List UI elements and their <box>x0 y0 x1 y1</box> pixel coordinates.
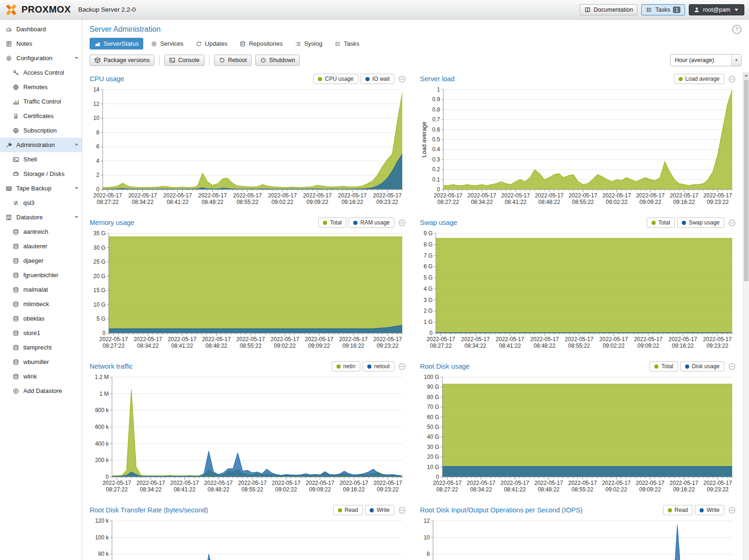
legend-dot <box>654 364 658 369</box>
tab-syslog[interactable]: Syslog <box>290 38 327 49</box>
top-bar: PROXMOX Backup Server 2.2-0 Documentatio… <box>0 0 749 20</box>
sidebar-item-label: fgruenbichler <box>23 272 58 279</box>
scroll-thumb[interactable] <box>744 80 749 281</box>
charts-grid: CPU usageCPU usageIO wait024681012142022… <box>87 70 749 560</box>
package-versions-button[interactable]: Package versions <box>90 55 154 66</box>
collapse-icon[interactable] <box>728 75 736 83</box>
sidebar-item-tape-backup[interactable]: Tape Backup <box>0 181 82 196</box>
page-title: Server Administration <box>90 25 161 34</box>
svg-text:2022-05-1708:27:22: 2022-05-1708:27:22 <box>433 480 462 493</box>
scrollbar[interactable] <box>743 72 749 560</box>
collapse-icon[interactable] <box>398 75 406 83</box>
collapse-icon[interactable] <box>398 363 406 371</box>
collapse-icon[interactable] <box>398 506 406 514</box>
svg-text:2022-05-1709:16:22: 2022-05-1709:16:22 <box>670 480 699 493</box>
expander-icon[interactable] <box>75 216 78 218</box>
svg-text:2022-05-1708:48:22: 2022-05-1708:48:22 <box>202 336 231 349</box>
sidebar-item-configuration[interactable]: Configuration <box>0 51 82 65</box>
legend-item-load-average[interactable]: Load average <box>674 74 724 84</box>
console-button[interactable]: Console <box>164 55 204 66</box>
sidebar-item-certificates[interactable]: Certificates <box>0 109 82 123</box>
shutdown-button[interactable]: Shutdown <box>255 55 300 66</box>
collapse-icon[interactable] <box>728 506 736 514</box>
legend-item-netout[interactable]: netout <box>363 361 394 371</box>
sidebar-item-subscription[interactable]: Subscription <box>0 123 82 138</box>
tasks-button[interactable]: Tasks 1 <box>641 4 685 15</box>
sidebar-item-aantreich[interactable]: aantreich <box>0 224 82 239</box>
svg-text:5 G: 5 G <box>424 274 433 281</box>
user-menu-button[interactable]: root@pam <box>689 4 744 15</box>
legend-item-cpu-usage[interactable]: CPU usage <box>313 74 358 84</box>
sidebar-item-malmalat[interactable]: malmalat <box>0 282 82 297</box>
sidebar: DashboardNotesConfigurationAccess Contro… <box>0 20 82 560</box>
sidebar-item-dashboard[interactable]: Dashboard <box>0 22 82 36</box>
legend-item-read[interactable]: Read <box>333 505 363 515</box>
sidebar-item-storage-disks[interactable]: Storage / Disks <box>0 167 82 181</box>
combo-caret-icon[interactable] <box>731 55 741 66</box>
legend-dot <box>668 508 672 512</box>
collapse-icon[interactable] <box>398 219 406 227</box>
building-icon <box>5 214 13 221</box>
expander-icon[interactable] <box>75 187 78 189</box>
legend-item-swap-usage[interactable]: Swap usage <box>677 217 724 228</box>
sidebar-item-datastore[interactable]: Datastore <box>0 210 82 224</box>
chart-legend: ReadWrite <box>333 505 394 515</box>
expander-icon[interactable] <box>75 57 78 59</box>
svg-text:2022-05-1709:09:22: 2022-05-1709:09:22 <box>636 192 665 205</box>
documentation-button[interactable]: Documentation <box>580 4 637 15</box>
sidebar-item-label: Storage / Disks <box>23 170 64 177</box>
sidebar-item-notes[interactable]: Notes <box>0 36 82 51</box>
sidebar-item-fgruenbichler[interactable]: fgruenbichler <box>0 268 82 282</box>
legend-dot <box>700 508 704 512</box>
svg-text:2022-05-1709:23:22: 2022-05-1709:23:22 <box>373 192 402 205</box>
legend-item-io-wait[interactable]: IO wait <box>361 74 394 84</box>
sidebar-item-shell[interactable]: Shell <box>0 152 82 167</box>
svg-text:30 G: 30 G <box>427 444 439 450</box>
database-icon <box>12 243 20 250</box>
legend-item-total[interactable]: Total <box>647 217 675 228</box>
svg-text:10: 10 <box>93 115 100 121</box>
sidebar-item-label: Datastore <box>16 214 42 221</box>
sidebar-item-administration[interactable]: Administration <box>0 138 82 152</box>
reboot-button[interactable]: Reboot <box>214 55 252 66</box>
sidebar-item-alauterer[interactable]: alauterer <box>0 239 82 253</box>
legend-item-read[interactable]: Read <box>663 505 693 515</box>
tab-services[interactable]: Services <box>146 38 188 49</box>
sidebar-item-obektas[interactable]: obektas <box>0 311 82 326</box>
sidebar-item-mlimbeck[interactable]: mlimbeck <box>0 297 82 311</box>
sidebar-item-tlamprecht[interactable]: tlamprecht <box>0 340 82 355</box>
svg-text:2022-05-1708:27:22: 2022-05-1708:27:22 <box>434 192 463 205</box>
collapse-icon[interactable] <box>728 363 736 371</box>
sidebar-item-label: wlink <box>23 373 37 380</box>
expander-icon[interactable] <box>75 144 78 146</box>
svg-text:2022-05-1708:27:22: 2022-05-1708:27:22 <box>99 336 128 349</box>
legend-item-ram-usage[interactable]: RAM usage <box>349 217 394 228</box>
sidebar-item-access-control[interactable]: Access Control <box>0 65 82 80</box>
legend-item-total[interactable]: Total <box>318 217 346 228</box>
legend-item-write[interactable]: Write <box>365 505 394 515</box>
chart-panel-root-disk-usage: Root Disk usageTotalDisk usage010 G20 G3… <box>420 359 736 496</box>
sidebar-item-wbumiller[interactable]: wbumiller <box>0 355 82 369</box>
sidebar-item-wlink[interactable]: wlink <box>0 369 82 384</box>
legend-item-total[interactable]: Total <box>650 361 678 371</box>
legend-item-netin[interactable]: netin <box>332 361 360 371</box>
tab-tasks[interactable]: Tasks <box>330 38 364 49</box>
chart-canvas: 010 G20 G30 G40 G50 G60 G70 G80 G90 G100… <box>420 373 736 496</box>
timeframe-select[interactable]: Hour (average) <box>670 54 742 66</box>
sidebar-item-traffic-control[interactable]: Traffic Control <box>0 94 82 109</box>
tab-serverstatus[interactable]: ServerStatus <box>90 38 143 49</box>
sidebar-item-qsl3[interactable]: qsl3 <box>0 196 82 210</box>
scroll-up-arrow[interactable] <box>743 72 749 79</box>
sidebar-item-store1[interactable]: store1 <box>0 326 82 340</box>
sidebar-item-djaeger[interactable]: djaeger <box>0 253 82 268</box>
chart-title: Root Disk usage <box>420 363 469 370</box>
tab-repositories[interactable]: Repositories <box>235 38 287 49</box>
sidebar-item-add-datastore[interactable]: Add Datastore <box>0 384 82 398</box>
legend-item-disk-usage[interactable]: Disk usage <box>680 361 724 371</box>
legend-item-write[interactable]: Write <box>695 505 724 515</box>
svg-text:2022-05-1709:02:22: 2022-05-1709:02:22 <box>602 192 631 205</box>
tab-updates[interactable]: Updates <box>191 38 232 49</box>
sidebar-item-remotes[interactable]: Remotes <box>0 80 82 94</box>
collapse-icon[interactable] <box>728 219 736 227</box>
help-button[interactable]: ? <box>732 25 742 34</box>
